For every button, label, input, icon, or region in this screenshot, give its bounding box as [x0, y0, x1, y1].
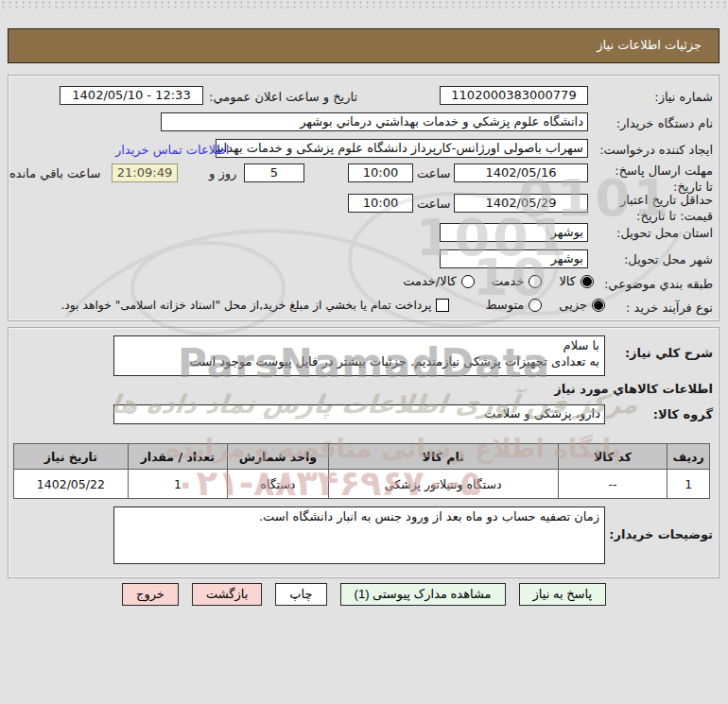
province-label: استان محل تحويل: [616, 226, 713, 240]
table-cell: 1 [667, 470, 710, 499]
radio-unselected[interactable] [529, 275, 542, 288]
table-row: 1--دستگاه ونتیلاتور پزشکیدستگاه11402/05/… [14, 470, 710, 499]
requester-label: ايجاد كننده درخواست: [599, 143, 713, 157]
radio-option: کالا [559, 274, 594, 288]
option-label: خدمت [492, 274, 525, 288]
category-radio-group: کالاخدمتکالا/خدمت [403, 274, 594, 288]
need-number-input[interactable]: 1102000383000779 [440, 86, 588, 105]
table-cell: دستگاه ونتیلاتور پزشکی [328, 470, 558, 499]
goods-group-input[interactable]: دارو، پزشکی و سلامت [113, 404, 605, 424]
radio-option: متوسط [485, 298, 542, 312]
table-header-cell: كد كالا [558, 444, 667, 470]
city-label: شهر محل تحويل: [624, 252, 713, 266]
table-header-cell: واحد شمارش [228, 444, 329, 470]
items-table: رديفكد كالانام كالاواحد شمارشتعداد / مقد… [13, 443, 710, 499]
deadline-time-input[interactable]: 10:00 [348, 163, 413, 182]
button-row: پاسخ به نياز مشاهده مدارک پیوستی (1) چاپ… [0, 583, 728, 606]
buyer-org-label: نام دستگاه خريدار: [616, 116, 713, 130]
radio-unselected[interactable] [461, 275, 475, 288]
table-header-cell: رديف [667, 444, 710, 470]
option-label: متوسط [485, 298, 524, 312]
page-title-bar: جزئيات اطلاعات نياز [8, 28, 719, 63]
province-input[interactable]: بوشهر [440, 223, 588, 242]
print-button[interactable]: چاپ [275, 583, 326, 606]
option-label: کالا/خدمت [403, 274, 457, 288]
buyer-org-input[interactable]: دانشگاه علوم پزشكي و خدمات بهداشتي درمان… [161, 112, 588, 131]
radio-option: جزیی [559, 298, 605, 312]
announce-datetime-label: تاريخ و ساعت اعلان عمومي: [209, 90, 357, 104]
validity-label: حداقل تاريخ اعتبار قيمت: تا تاريخ: [595, 192, 713, 224]
top-dotted-strip [0, 0, 728, 9]
deadline-label: مهلت ارسال پاسخ: تا تاريخ: [607, 163, 713, 195]
deadline-date-input[interactable]: 1402/05/16 [454, 163, 588, 182]
back-button[interactable]: بازگشت [192, 583, 262, 606]
buyer-notes-label: توضيحات خريدار: [609, 527, 713, 541]
validity-time-input[interactable]: 10:00 [348, 194, 413, 213]
table-header-cell: تاريخ نياز [14, 444, 129, 470]
radio-option: خدمت [492, 274, 543, 288]
items-section-header: اطلاعات كالاهاي مورد نياز [554, 382, 713, 396]
validity-date-input[interactable]: 1402/05/29 [454, 194, 588, 213]
radio-selected[interactable] [581, 275, 594, 288]
radio-selected[interactable] [592, 299, 605, 312]
option-label: کالا [559, 274, 576, 288]
remaining-label: ساعت باقي مانده [9, 166, 100, 180]
announce-datetime-input[interactable]: 1402/05/10 - 12:33 [60, 86, 203, 105]
treasury-label: پرداخت تمام يا بخشي از مبلغ خريد,از محل … [61, 299, 431, 312]
page: جزئيات اطلاعات نياز شماره نياز: 11020003… [0, 0, 728, 704]
table-cell: 1 [128, 470, 227, 499]
page-title: جزئيات اطلاعات نياز [597, 38, 702, 52]
need-number-label: شماره نياز: [654, 90, 713, 104]
city-input[interactable]: بوشهر [440, 249, 588, 268]
category-label: طبقه بندي موضوعي: [604, 277, 713, 291]
treasury-option: پرداخت تمام يا بخشي از مبلغ خريد,از محل … [61, 299, 449, 312]
view-docs-button[interactable]: مشاهده مدارک پیوستی (1) [340, 583, 506, 606]
days-label: روز و [209, 166, 236, 180]
remaining-time-field: 21:09:49 [112, 163, 178, 182]
exit-button[interactable]: خروج [122, 583, 179, 606]
option-label: جزیی [559, 298, 587, 312]
deadline-hour-label: ساعت [417, 166, 450, 180]
process-label: نوع فرآيند خريد : [626, 300, 713, 315]
table-cell: -- [558, 470, 667, 499]
requester-input[interactable]: سهراب باصولی اورژانس-کارپرداز دانشگاه عل… [216, 139, 588, 158]
goods-group-label: گروه کالا: [653, 407, 713, 421]
validity-hour-label: ساعت [417, 197, 450, 211]
table-cell: 1402/05/22 [14, 470, 129, 499]
radio-unselected[interactable] [529, 299, 542, 312]
process-radio-group: جزییمتوسط پرداخت تمام يا بخشي از مبلغ خر… [61, 298, 605, 312]
radio-option: کالا/خدمت [403, 274, 475, 288]
days-input[interactable]: 5 [244, 163, 304, 182]
description-textarea[interactable]: با سلام به تعدادی تجهیزات پزشکی نیازمندی… [113, 335, 605, 376]
table-header-cell: تعداد / مقدار [128, 444, 227, 470]
contact-link[interactable]: اطلاعات تماس خريدار [115, 143, 229, 157]
buyer-notes-textarea[interactable]: زمان تصفیه حساب دو ماه بعد از ورود جنس ب… [113, 507, 605, 564]
table-cell: دستگاه [228, 470, 329, 499]
table-header-cell: نام كالا [328, 444, 558, 470]
description-label: شرح كلي نياز: [625, 346, 713, 360]
respond-button[interactable]: پاسخ به نياز [519, 583, 606, 606]
treasury-checkbox[interactable] [436, 299, 449, 312]
